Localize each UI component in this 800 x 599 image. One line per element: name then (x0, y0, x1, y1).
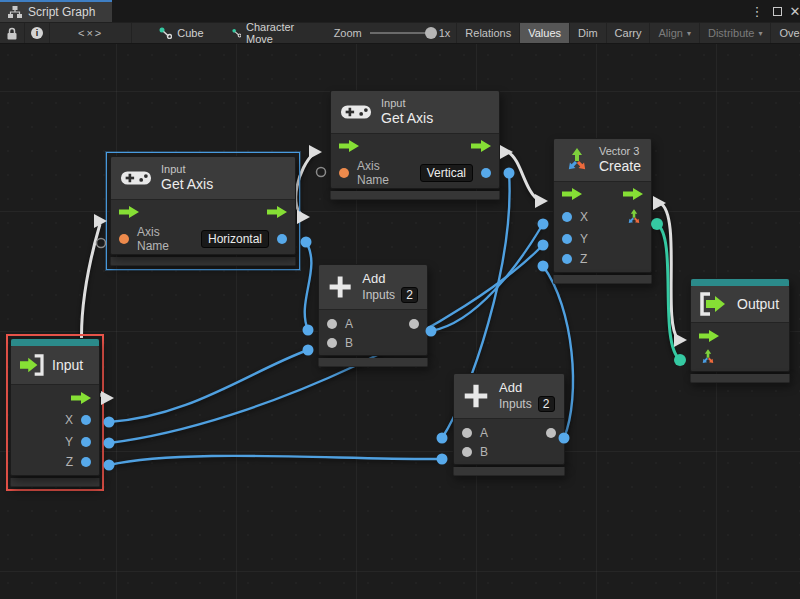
plus-icon (328, 274, 352, 300)
flow-in-arrow-icon[interactable] (699, 330, 719, 342)
code-view-button[interactable]: <×> (50, 23, 132, 43)
flow-out-arrow-icon[interactable] (471, 140, 491, 152)
node-vector3-create[interactable]: Vector 3 Create X Y (553, 138, 652, 284)
subgraph-icon (232, 27, 241, 39)
flow-out-arrow-icon[interactable] (623, 188, 643, 200)
tab-label: Script Graph (28, 5, 95, 19)
node-title: Create (599, 158, 641, 175)
toggle-dim[interactable]: Dim (569, 23, 606, 43)
x-input-port[interactable] (562, 212, 572, 222)
axis-name-port[interactable] (119, 234, 129, 244)
flow-out-arrow-icon[interactable] (71, 392, 91, 404)
node-title: Output (737, 296, 779, 313)
node-graph-input[interactable]: Input X Y Z (10, 338, 100, 476)
toggle-overview[interactable]: Overv (770, 23, 800, 43)
vector3-icon (563, 146, 591, 174)
graph-breadcrumb-cube[interactable]: Cube (150, 23, 212, 43)
node-title: Input (52, 357, 83, 374)
node-title: Get Axis (161, 176, 213, 193)
flow-in-arrow-icon[interactable] (119, 206, 139, 218)
z-output-port[interactable] (81, 457, 91, 467)
inputs-label: Inputs (362, 288, 395, 302)
zoom-slider[interactable] (370, 32, 435, 34)
zoom-slider-handle[interactable] (425, 27, 437, 39)
window-close-icon[interactable]: ✕ (786, 0, 800, 22)
chevron-down-icon: ▾ (758, 29, 762, 38)
graph-hierarchy-icon (8, 6, 22, 18)
gamepad-icon (120, 168, 152, 188)
lock-button[interactable] (0, 23, 25, 43)
axis-name-field[interactable]: Horizontal (201, 230, 269, 248)
graph-toolbar: i <×> Cube Character Move Zoom 1x Re (0, 22, 800, 44)
node-footer (318, 358, 428, 367)
input-a-port[interactable] (462, 428, 472, 438)
flow-in-arrow-icon[interactable] (562, 188, 582, 200)
flow-out-arrow-icon[interactable] (267, 206, 287, 218)
node-get-axis-horizontal[interactable]: Input Get Axis Axis Name Horizontal (110, 156, 296, 255)
node-footer (553, 275, 652, 284)
node-category: Input (161, 163, 213, 176)
info-button[interactable]: i (25, 23, 50, 43)
toggle-values[interactable]: Values (519, 23, 569, 43)
node-graph-output[interactable]: Output (690, 278, 790, 383)
graph-breadcrumb-character-move[interactable]: Character Move (223, 23, 312, 43)
graph-name: Cube (177, 27, 203, 39)
vector3-output-port[interactable] (625, 208, 643, 226)
node-title: Add (499, 380, 555, 395)
menu-align[interactable]: Align ▾ (649, 23, 698, 43)
window-menu-icon[interactable]: ⋮ (748, 0, 766, 22)
lock-icon (6, 27, 18, 40)
node-category: Vector 3 (599, 145, 641, 158)
y-output-port[interactable] (81, 437, 91, 447)
node-footer (110, 257, 296, 266)
axis-name-port[interactable] (339, 168, 349, 178)
input-icon (18, 354, 44, 376)
unity-visual-scripting-window: Script Graph ⋮ ✕ i <×> Cube (0, 0, 800, 599)
inputs-count-field[interactable]: 2 (401, 287, 418, 303)
toggle-relations[interactable]: Relations (456, 23, 519, 43)
node-title: Get Axis (381, 110, 433, 127)
plus-icon (463, 383, 489, 409)
vector3-input-port[interactable] (699, 348, 717, 366)
toggle-carry[interactable]: Carry (606, 23, 650, 43)
node-add-1[interactable]: Add Inputs 2 A B (318, 264, 428, 367)
y-input-port[interactable] (562, 234, 572, 244)
inputs-label: Inputs (499, 397, 532, 411)
node-footer (690, 374, 790, 383)
info-icon: i (31, 27, 43, 39)
sum-output-port[interactable] (546, 428, 556, 438)
tab-script-graph[interactable]: Script Graph (0, 0, 112, 22)
input-b-port[interactable] (462, 447, 472, 457)
port-definition-strip (691, 279, 789, 286)
node-add-2[interactable]: Add Inputs 2 A B (453, 373, 565, 476)
port-label: Axis Name (137, 225, 193, 253)
code-icon: <×> (56, 27, 125, 39)
window-maximize-icon[interactable] (768, 0, 786, 22)
input-a-port[interactable] (327, 319, 337, 329)
node-footer (453, 467, 565, 476)
node-footer (10, 478, 100, 487)
result-port[interactable] (481, 168, 491, 178)
menu-distribute[interactable]: Distribute ▾ (699, 23, 770, 43)
node-footer (330, 191, 500, 200)
selection-outline: Input Get Axis Axis Name Horizontal (106, 152, 300, 270)
input-b-port[interactable] (327, 338, 337, 348)
node-get-axis-vertical[interactable]: Input Get Axis Axis Name Vertical (330, 90, 500, 200)
graph-name: Character Move (246, 21, 303, 45)
output-icon (700, 292, 728, 316)
gamepad-icon (340, 102, 372, 122)
subgraph-icon (159, 27, 172, 39)
inputs-count-field[interactable]: 2 (538, 396, 555, 412)
error-outline: Input X Y Z (6, 334, 104, 491)
z-input-port[interactable] (562, 254, 572, 264)
result-port[interactable] (277, 234, 287, 244)
chevron-down-icon: ▾ (687, 29, 691, 38)
port-label: Axis Name (357, 159, 412, 187)
zoom-label: Zoom (334, 27, 362, 39)
node-title: Add (362, 271, 418, 286)
axis-name-field[interactable]: Vertical (420, 164, 473, 182)
flow-in-arrow-icon[interactable] (339, 140, 359, 152)
title-bar: Script Graph ⋮ ✕ (0, 0, 800, 22)
x-output-port[interactable] (81, 415, 91, 425)
sum-output-port[interactable] (409, 319, 419, 329)
